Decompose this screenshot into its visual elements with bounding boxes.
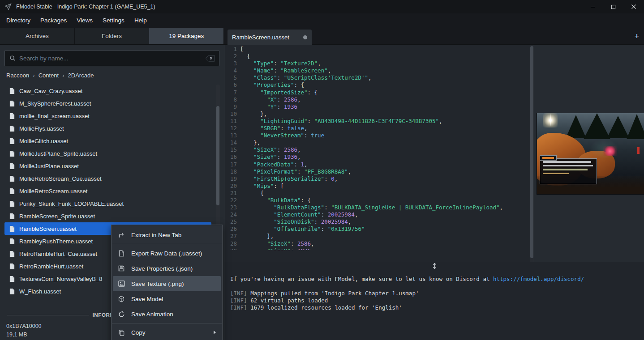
file-row-mollieretroscream-uasset[interactable]: MollieRetroScream.uasset [4,185,211,197]
search-icon [9,55,16,61]
file-icon [9,213,15,220]
maximize-button[interactable] [603,0,623,13]
code-line: 23 "BulkDataFlags": "BULKDATA_SingleUse … [225,204,529,211]
tab-status-dot-icon[interactable] [303,35,307,39]
file-row-molliejustplane-uasset[interactable]: MollieJustPlane.uasset [4,160,211,172]
file-name: Caw_Caw_Crazy.uasset [19,88,82,94]
file-name: MollieJustPlane_Sprite.uasset [19,150,97,157]
scrollbar-thumb[interactable] [530,46,533,258]
json-properties-viewer[interactable]: 1[2 {3 "Type": "Texture2D",4 "Name": "Ra… [225,45,534,262]
code-line: 11 "LightingGuid": "AB43B498-44D11826-E3… [225,118,529,125]
tab-folders[interactable]: Folders [75,28,150,44]
file-row-mollieglitch-uasset[interactable]: MollieGlitch.uasset [4,135,211,147]
log-level: [INF] [230,304,247,311]
tab-archives[interactable]: Archives [0,28,75,44]
menu-directory[interactable]: Directory [1,13,35,28]
minimize-button[interactable] [582,0,603,13]
code-text: "SRGB": false, [240,125,308,132]
code-text: "Class": "UScriptClass'Texture2D'", [240,74,372,81]
file-name: RambleyRushTheme.uasset [19,238,93,245]
code-text: "Y": 1936 [240,103,297,110]
file-row-m-skysphereforest-uasset[interactable]: M_SkySphereForest.uasset [4,97,211,110]
line-number: 11 [225,118,237,125]
line-number: 27 [225,233,237,240]
context-menu-item-save-properties-json[interactable]: Save Properties (.json) [113,261,221,276]
file-icon [9,188,15,195]
log-entry: [INF] 62 virtual paths loaded [230,297,644,304]
window-controls [582,0,644,13]
file-row-mollieretroscream-cue-uasset[interactable]: MollieRetroScream_Cue.uasset [4,172,211,185]
code-line: 24 "ElementCount": 20025984, [225,211,529,218]
search-box[interactable] [4,50,219,66]
context-menu-item-extract-in-new-tab[interactable]: Extract in New Tab [113,227,221,242]
file-name: M_SkySphereForest.uasset [19,100,91,107]
scrollbar-thumb[interactable] [216,106,219,205]
texture-preview[interactable] [537,113,644,195]
context-menu-separator [112,323,222,323]
preview-dialog-tag [540,155,557,161]
menu-settings[interactable]: Settings [98,13,129,28]
code-text: "BulkDataFlags": "BULKDATA_SingleUse | B… [240,204,503,211]
code-lines: 1[2 {3 "Type": "Texture2D",4 "Name": "Ra… [225,46,529,250]
log-message: Mappings pulled from 'Indigo Park Chapte… [247,290,419,297]
preview-dialog-box [540,158,597,184]
breadcrumb-content[interactable]: Content [38,72,60,79]
line-number: 23 [225,204,237,211]
clear-search-icon[interactable] [206,55,215,62]
code-line: 13 "NeverStream": true [225,132,529,139]
line-number: 15 [225,146,237,153]
code-line: 16 "SizeY": 1936, [225,153,529,161]
offset-value: 0x1B7A10000 [6,323,42,329]
menu-views[interactable]: Views [72,13,98,28]
fmodel-logo-icon [4,3,12,10]
context-menu-item-export-raw-data-uasset[interactable]: Export Raw Data (.uasset) [113,246,221,261]
code-text: "SizeY": 1936, [240,247,314,250]
preview-lamp-flare [543,113,558,128]
log-notice-text: If you're having an issue with FModel, m… [230,276,493,282]
context-menu-item-save-model[interactable]: Save Model [113,291,221,306]
context-menu-separator [112,244,222,244]
line-number: 19 [225,175,237,183]
menu-packages[interactable]: Packages [35,13,72,28]
window-title: FModel Stable - Indigo Park: Chapter 1 (… [16,4,155,10]
close-button[interactable] [623,0,644,13]
document-tab-ramblescreen[interactable]: RambleScreen.uasset [228,30,312,45]
file-name: TexturesCom_NorwayValleyB_8 [19,276,102,282]
context-menu-item-label: Save Properties (.json) [131,265,193,272]
code-text: "Mips": [ [240,183,284,190]
code-text: "PackedData": 1, [240,161,308,168]
log-splitter[interactable] [225,262,644,272]
code-line: 5 "Class": "UScriptClass'Texture2D'", [225,74,529,81]
file-row-punky-skunk-funk-loopable-uasset[interactable]: Punky_Skunk_Funk_LOOPABLE.uasset [4,197,211,210]
discord-link[interactable]: https://fmodel.app/discord/ [493,276,584,282]
code-text: "FirstMipToSerialize": 0, [240,175,338,183]
code-scrollbar[interactable] [530,45,534,262]
file-row-mollie-final-scream-uasset[interactable]: mollie_final_scream.uasset [4,110,211,122]
file-row-caw-caw-crazy-uasset[interactable]: Caw_Caw_Crazy.uasset [4,85,211,97]
code-text: "BulkData": { [240,197,311,204]
add-tab-button[interactable]: + [631,28,643,44]
menu-help[interactable]: Help [129,13,152,28]
line-number: 28 [225,240,237,247]
line-number: 21 [225,190,237,197]
breadcrumb-2darcade[interactable]: 2DArcade [67,72,95,79]
line-number: 5 [225,74,237,81]
extract-tab-icon [117,232,126,238]
context-menu-item-label: Save Animation [131,311,173,318]
file-icon [9,263,15,270]
log-message: 62 virtual paths loaded [247,297,328,304]
search-input[interactable] [19,55,206,62]
file-row-ramblescreen-sprite-uasset[interactable]: RambleScreen_Sprite.uasset [4,210,211,222]
code-text: "SizeY": 1936, [240,153,301,161]
file-row-mollieflys-uasset[interactable]: MollieFlys.uasset [4,122,211,135]
context-menu-item-save-texture-png[interactable]: Save Texture (.png) [113,276,221,291]
breadcrumb-raccoon[interactable]: Raccoon [5,72,30,79]
context-menu-item-copy[interactable]: Copy [113,325,221,340]
context-menu-item-save-animation[interactable]: Save Animation [113,306,221,322]
file-row-molliejustplane-sprite-uasset[interactable]: MollieJustPlane_Sprite.uasset [4,147,211,160]
code-text: "OffsetInFile": "0x1319756" [240,225,365,233]
tab-19-packages[interactable]: 19 Packages [149,28,224,44]
submenu-arrow-icon [213,330,216,335]
preview-dialog-text [543,165,593,167]
file-icon [9,163,15,170]
